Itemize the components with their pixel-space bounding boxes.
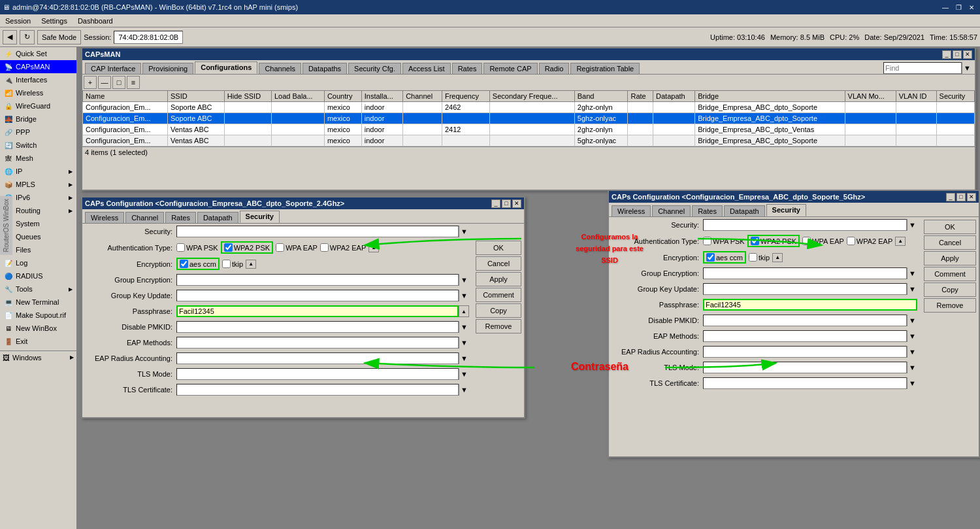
eap-radius-arrow[interactable]: ▼ <box>459 352 469 364</box>
5ghz-wpa-psk-checkbox[interactable] <box>703 237 711 245</box>
col-rate[interactable]: Rate <box>628 91 653 102</box>
tab-configurations[interactable]: Configurations <box>195 61 257 74</box>
dialog-2-4ghz-close-btn[interactable]: ✕ <box>512 199 521 208</box>
dialog-2-4ghz-minimize-btn[interactable]: _ <box>491 199 500 208</box>
col-vlan-id[interactable]: VLAN ID <box>896 91 936 102</box>
sidebar-item-supout[interactable]: 📄 Make Supout.rif <box>0 309 76 322</box>
auth-scroll-up[interactable]: ▲ <box>368 243 379 252</box>
5ghz-aes-ccm-checkbox[interactable] <box>706 253 715 262</box>
dialog-2-4ghz-ok-btn[interactable]: OK <box>476 241 521 255</box>
sidebar-item-ipv6[interactable]: 🌐 IPv6 ▶ <box>0 191 76 204</box>
copy-config-btn[interactable]: □ <box>112 76 125 89</box>
wpa-psk-checkbox[interactable] <box>176 243 185 252</box>
tab-cap-interface[interactable]: CAP Interface <box>85 63 141 74</box>
5ghz-security-input[interactable] <box>703 219 907 231</box>
5ghz-wpa2-eap-checkbox[interactable] <box>847 237 855 245</box>
dialog-5ghz-close-btn[interactable]: ✕ <box>967 193 976 201</box>
dialog-5ghz-apply-btn[interactable]: Apply <box>924 251 976 265</box>
restore-button[interactable]: ❐ <box>953 1 964 13</box>
5ghz-group-enc-arrow[interactable]: ▼ <box>907 267 917 279</box>
sidebar-item-capsman[interactable]: 📡 CAPsMAN <box>0 60 76 73</box>
5ghz-tls-mode-arrow[interactable]: ▼ <box>907 362 917 373</box>
security-input[interactable] <box>176 226 459 237</box>
5ghz-eap-radius-input[interactable] <box>703 346 907 358</box>
security-input-field[interactable] <box>177 226 458 237</box>
tls-cert-arrow[interactable]: ▼ <box>459 384 469 396</box>
tls-mode-arrow[interactable]: ▼ <box>459 368 469 380</box>
sidebar-item-quickset[interactable]: ⚡ Quick Set <box>0 47 76 60</box>
refresh-button[interactable]: ↻ <box>20 30 35 44</box>
capsman-close-btn[interactable]: ✕ <box>963 50 972 59</box>
security-dropdown-arrow[interactable]: ▼ <box>459 226 469 237</box>
sidebar-item-routing[interactable]: 🛣 Routing ▶ <box>0 204 76 217</box>
5ghz-enc-scroll-up[interactable]: ▲ <box>772 253 783 262</box>
table-row[interactable]: Configuracion_Em... Soporte ABC mexico i… <box>83 113 975 124</box>
col-band[interactable]: Band <box>574 91 628 102</box>
sidebar-item-newwinbox[interactable]: 🖥 New WinBox <box>0 322 76 335</box>
dialog-5ghz-minimize-btn[interactable]: _ <box>946 193 955 201</box>
dialog-2-4ghz-cancel-btn[interactable]: Cancel <box>476 256 521 271</box>
col-ssid[interactable]: SSID <box>167 91 224 102</box>
table-row[interactable]: Configuracion_Em... Soporte ABC mexico i… <box>83 102 975 113</box>
group-enc-input[interactable] <box>176 274 459 286</box>
col-load-balance[interactable]: Load Bala... <box>271 91 324 102</box>
remove-config-btn[interactable]: — <box>98 76 111 89</box>
enc-scroll-up[interactable]: ▲ <box>246 260 256 269</box>
tab-rates[interactable]: Rates <box>452 63 483 74</box>
sidebar-item-mesh[interactable]: 🕸 Mesh <box>0 152 76 165</box>
tab-5ghz-datapath[interactable]: Datapath <box>724 205 765 216</box>
sidebar-item-bridge[interactable]: 🌉 Bridge <box>0 112 76 126</box>
capsman-minimize-btn[interactable]: _ <box>942 50 951 59</box>
wpa2-psk-checkbox[interactable] <box>224 243 233 252</box>
tab-2-4ghz-rates[interactable]: Rates <box>165 212 196 223</box>
sidebar-item-queues[interactable]: 📋 Queues <box>0 230 76 243</box>
aes-ccm-checkbox[interactable] <box>180 260 188 268</box>
sidebar-item-mpls[interactable]: 📦 MPLS ▶ <box>0 178 76 191</box>
eap-methods-input[interactable] <box>176 337 459 349</box>
dialog-2-4ghz-copy-btn[interactable]: Copy <box>476 303 521 318</box>
5ghz-eap-methods-arrow[interactable]: ▼ <box>907 330 917 342</box>
sidebar-item-windows[interactable]: 🖼 Windows ▶ <box>0 350 76 364</box>
add-config-btn[interactable]: + <box>84 76 97 89</box>
table-row[interactable]: Configuracion_Em... Ventas ABC mexico in… <box>83 124 975 135</box>
tls-cert-input[interactable] <box>176 384 459 396</box>
dialog-2-4ghz-remove-btn[interactable]: Remove <box>476 319 521 333</box>
sidebar-item-ip[interactable]: 🌐 IP ▶ <box>0 165 76 178</box>
5ghz-tls-mode-input[interactable] <box>703 362 907 373</box>
5ghz-wpa2-psk-checkbox[interactable] <box>751 237 759 245</box>
passphrase-scroll-up[interactable]: ▲ <box>459 305 469 317</box>
tab-security-cfg[interactable]: Security Cfg. <box>348 63 401 74</box>
sidebar-item-radius[interactable]: 🔵 RADIUS <box>0 269 76 282</box>
dialog-5ghz-comment-btn[interactable]: Comment <box>924 267 976 281</box>
tab-provisioning[interactable]: Provisioning <box>142 63 193 74</box>
tab-remote-cap[interactable]: Remote CAP <box>483 63 537 74</box>
group-key-input[interactable] <box>176 290 459 301</box>
disable-pmkid-input[interactable] <box>176 321 459 333</box>
tab-access-list[interactable]: Access List <box>402 63 451 74</box>
close-button[interactable]: ✕ <box>966 1 977 13</box>
tab-5ghz-security[interactable]: Security <box>766 204 806 216</box>
menu-session[interactable]: Session <box>0 16 36 26</box>
col-sec-freq[interactable]: Secondary Freque... <box>489 91 574 102</box>
tab-radio[interactable]: Radio <box>539 63 570 74</box>
col-security[interactable]: Security <box>936 91 974 102</box>
passphrase-input[interactable] <box>176 305 459 317</box>
5ghz-tls-cert-input[interactable] <box>703 377 907 389</box>
safe-mode-button[interactable]: Safe Mode <box>37 30 81 44</box>
5ghz-tkip-checkbox[interactable] <box>749 253 757 262</box>
5ghz-passphrase-input[interactable] <box>703 299 917 311</box>
sidebar-item-exit[interactable]: 🚪 Exit <box>0 335 76 348</box>
sidebar-item-wireguard[interactable]: 🔒 WireGuard <box>0 99 76 112</box>
menu-settings[interactable]: Settings <box>36 16 73 26</box>
col-frequency[interactable]: Frequency <box>442 91 489 102</box>
5ghz-security-arrow[interactable]: ▼ <box>907 219 917 231</box>
tab-channels[interactable]: Channels <box>259 63 301 74</box>
tab-5ghz-channel[interactable]: Channel <box>652 205 691 216</box>
tab-5ghz-wireless[interactable]: Wireless <box>612 205 651 216</box>
sidebar-item-system[interactable]: ⚙ System <box>0 217 76 230</box>
col-vlan-mode[interactable]: VLAN Mo... <box>845 91 896 102</box>
dialog-2-4ghz-apply-btn[interactable]: Apply <box>476 272 521 286</box>
tab-2-4ghz-channel[interactable]: Channel <box>125 212 164 223</box>
5ghz-eap-methods-input[interactable] <box>703 330 907 342</box>
sidebar-item-wireless[interactable]: 📶 Wireless <box>0 86 76 99</box>
